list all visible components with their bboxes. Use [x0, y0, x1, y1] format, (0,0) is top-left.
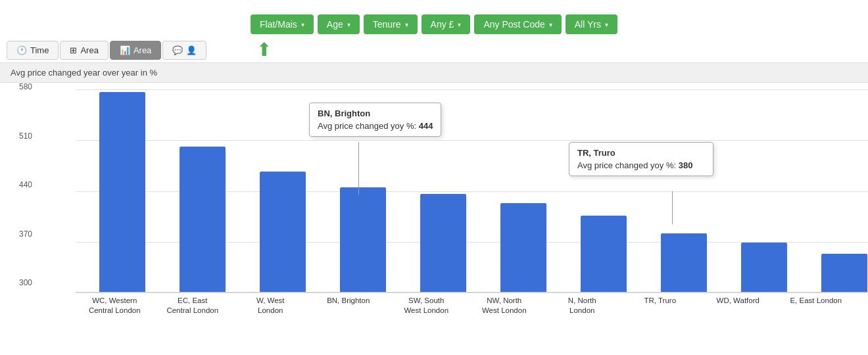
bar-7[interactable]: [661, 233, 707, 292]
bar-2[interactable]: [260, 172, 306, 292]
postcode-arrow: ▾: [549, 21, 552, 28]
bar-5[interactable]: [500, 203, 546, 292]
bar-group-7[interactable]: [644, 233, 724, 292]
chart-title-bar: Avg price changed year over year in %: [0, 63, 868, 83]
tenure-label: Tenure: [373, 19, 401, 30]
bar-8[interactable]: [741, 243, 787, 292]
x-label-e: E, East London: [777, 296, 856, 316]
chart-area: BN, Brighton Avg price changed yoy %: 44…: [76, 89, 868, 293]
bar-group-8[interactable]: [724, 243, 804, 292]
type-label: Flat/Mais: [260, 19, 297, 30]
bar-group-9[interactable]: [804, 254, 868, 292]
x-label-nw: NW, NorthWest London: [466, 296, 544, 316]
tab-bar: 🕐 Time ⊞ Area 📊 Area 💬 👤: [0, 38, 868, 63]
tenure-arrow: ▾: [405, 21, 408, 28]
tab-area-bar-label: Area: [133, 45, 151, 55]
x-label-n: N, NorthLondon: [543, 296, 621, 316]
postcode-label: Any Post Code: [483, 19, 544, 30]
tooltip-tr-line: [672, 191, 673, 224]
person-icon: 👤: [186, 45, 197, 55]
bar-4[interactable]: [420, 194, 466, 292]
x-label-bn: BN, Brighton: [310, 296, 388, 316]
bar-group-3[interactable]: [323, 187, 403, 292]
upload-arrow-icon: ⬆: [256, 39, 272, 60]
x-label-sw: SW, SouthWest London: [387, 296, 466, 316]
comment-icon: 💬: [172, 45, 183, 55]
tab-time-label: Time: [30, 45, 49, 55]
year-dropdown[interactable]: All Yrs ▾: [566, 14, 617, 34]
bar-group-2[interactable]: [243, 172, 323, 292]
type-arrow: ▾: [301, 21, 304, 28]
chart-title: Avg price changed year over year in %: [11, 68, 157, 78]
bar-group-5[interactable]: [483, 203, 564, 292]
bar-group-4[interactable]: [403, 194, 483, 292]
age-label: Age: [327, 19, 343, 30]
x-labels: WC, WesternCentral London EC, EastCentra…: [76, 293, 855, 316]
year-arrow: ▾: [605, 21, 608, 28]
bar-group-1[interactable]: [162, 147, 243, 292]
bar-group-0[interactable]: [82, 92, 162, 292]
y-label-440: 440: [19, 181, 32, 189]
x-label-wd: WD, Watford: [699, 296, 777, 316]
age-dropdown[interactable]: Age ▾: [318, 14, 360, 34]
x-label-wc: WC, WesternCentral London: [76, 296, 154, 316]
age-arrow: ▾: [347, 21, 350, 28]
y-label-300: 300: [19, 279, 32, 287]
tooltip-bn-line: [358, 142, 359, 195]
tab-comments[interactable]: 💬 👤: [162, 41, 206, 60]
dropdown-bar: Flat/Mais ▾ Age ▾ Tenure ▾ Any £ ▾ Any P…: [0, 9, 868, 38]
tab-area-grid-label: Area: [80, 45, 98, 55]
tab-time[interactable]: 🕐 Time: [7, 41, 59, 60]
tenure-dropdown[interactable]: Tenure ▾: [364, 14, 418, 34]
bar-1[interactable]: [180, 147, 226, 292]
grid-line-4: [76, 293, 868, 293]
bar-9[interactable]: [821, 254, 867, 292]
postcode-dropdown[interactable]: Any Post Code ▾: [474, 14, 561, 34]
bar-chart-icon: 📊: [120, 45, 130, 55]
y-axis: 580 510 440 370 300: [0, 83, 36, 287]
tab-area-grid[interactable]: ⊞ Area: [60, 41, 108, 60]
tab-area-bar[interactable]: 📊 Area: [110, 41, 161, 60]
chart-container: 580 510 440 370 300 BN, Brighton Avg pri…: [0, 83, 868, 336]
year-label: All Yrs: [575, 19, 601, 30]
y-label-510: 510: [19, 132, 32, 140]
price-dropdown[interactable]: Any £ ▾: [422, 14, 471, 34]
price-label: Any £: [431, 19, 454, 30]
top-bar: [0, 0, 868, 9]
y-label-370: 370: [19, 230, 32, 238]
grid-icon: ⊞: [70, 45, 77, 55]
price-arrow: ▾: [458, 21, 461, 28]
y-label-580: 580: [19, 83, 32, 91]
bar-group-6[interactable]: [564, 216, 644, 292]
bar-0[interactable]: [99, 92, 145, 292]
clock-icon: 🕐: [16, 45, 27, 55]
bar-6[interactable]: [581, 216, 627, 292]
x-label-ec: EC, EastCentral London: [154, 296, 232, 316]
bar-3[interactable]: [340, 187, 386, 292]
x-label-tr: TR, Truro: [621, 296, 700, 316]
type-dropdown[interactable]: Flat/Mais ▾: [251, 14, 314, 34]
x-label-w: W, WestLondon: [231, 296, 310, 316]
bars-row: [76, 88, 868, 292]
